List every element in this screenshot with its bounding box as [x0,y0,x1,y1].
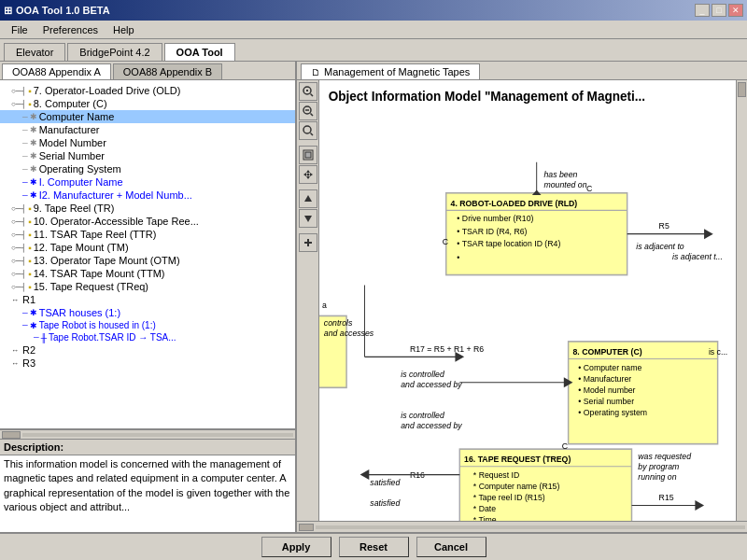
link-icon: ✱ [30,308,37,317]
svg-text:* Tape reel ID (R15): * Tape reel ID (R15) [473,493,545,503]
svg-marker-53 [704,229,713,239]
menu-preferences[interactable]: Preferences [35,22,106,37]
svg-text:and accessed by: and accessed by [401,380,463,390]
svg-text:mounted on: mounted on [543,180,586,190]
link-icon: ✱ [30,177,37,187]
list-item[interactable]: ○─┤ ▪ 11. TSAR Tape Reel (TTR) [0,228,295,241]
tool-move[interactable] [299,165,317,184]
svg-text:was requested: was requested [638,452,691,462]
svg-point-15 [306,174,309,176]
apply-button[interactable]: Apply [261,537,331,557]
svg-text:• Computer name: • Computer name [578,362,641,372]
svg-text:* Computer name (R15): * Computer name (R15) [473,481,560,491]
top-tab-bar: Elevator BridgePoint 4.2 OOA Tool [0,39,747,62]
svg-text:•: • [457,253,459,263]
sub-tab-appendix-a[interactable]: OOA88 Appendix A [2,63,111,79]
list-item[interactable]: ─ ✱ Tape Robot is housed in (1:) [0,319,295,331]
folder-icon: ▪ [28,203,32,214]
maximize-button[interactable]: □ [712,4,726,17]
menu-bar: File Preferences Help [0,21,747,39]
tool-zoom-fit[interactable] [299,121,317,140]
left-panel: OOA88 Appendix A OOA88 Appendix B ○─┤ ▪ … [0,62,297,532]
tool-up[interactable] [299,189,317,208]
menu-file[interactable]: File [4,22,35,37]
list-item[interactable]: ○─┤ ▪ 7. Operator-Loaded Drive (OLD) [0,84,295,97]
link-icon: ╫ [41,333,47,343]
app-title: OOA Tool 1.0 BETA [16,5,110,16]
svg-text:is adjacent t...: is adjacent t... [672,252,723,262]
list-item[interactable]: ↔ R1 [0,293,295,306]
list-item[interactable]: ↔ R2 [0,343,295,357]
tree-area[interactable]: ○─┤ ▪ 7. Operator-Loaded Drive (OLD) ○─┤… [0,80,295,429]
svg-text:C: C [586,183,593,193]
tool-zoom-out[interactable] [299,102,317,120]
svg-text:• Serial number: • Serial number [578,396,634,406]
svg-text:• Manufacturer: • Manufacturer [578,373,631,384]
menu-help[interactable]: Help [106,22,142,37]
diagram-tab[interactable]: 🗋 Management of Magnetic Tapes [301,63,480,79]
reset-button[interactable]: Reset [339,537,409,557]
list-item[interactable]: ○─┤ ▪ 13. Operator Tape Mount (OTM) [0,254,295,267]
tab-elevator[interactable]: Elevator [4,43,65,61]
svg-text:16. TAPE REQUEST (TREQ): 16. TAPE REQUEST (TREQ) [464,455,571,465]
title-bar-controls[interactable]: _ □ ✕ [695,4,743,17]
svg-marker-17 [304,216,312,222]
diagram-vscroll[interactable] [736,80,747,521]
list-item[interactable]: ○─┤ ▪ 12. Tape Mount (TM) [0,241,295,254]
list-item[interactable]: ─ ✱ Computer Name [0,110,295,123]
tree-hscroll[interactable] [0,429,295,439]
close-button[interactable]: ✕ [728,4,743,17]
list-item[interactable]: ○─┤ ▪ 14. TSAR Tape Mount (TTM) [0,267,295,280]
svg-text:8. COMPUTER (C): 8. COMPUTER (C) [572,347,641,357]
svg-text:• TSAR tape location ID (R4): • TSAR tape location ID (R4) [457,238,560,248]
folder-icon: ▪ [28,282,32,292]
tab-ooa-tool[interactable]: OOA Tool [164,43,235,61]
svg-marker-12 [306,176,310,179]
tool-plus[interactable] [299,233,317,252]
list-item[interactable]: ─ ✱ TSAR houses (1:) [0,306,295,319]
tool-zoom-in[interactable] [299,82,317,101]
svg-text:• Operating system: • Operating system [578,407,647,417]
svg-text:a: a [322,300,328,310]
list-item[interactable]: ○─┤ ▪ 10. Operator-Accessible Tape Ree..… [0,215,295,228]
tab-bridgepoint[interactable]: BridgePoint 4.2 [67,43,162,61]
svg-text:has been: has been [543,170,577,180]
diagram-inner: Object Information Model "Management of … [297,80,747,521]
cancel-button[interactable]: Cancel [416,537,486,557]
svg-text:C: C [562,441,569,452]
list-item[interactable]: ─ ✱ I2. Manufacturer + Model Numb... [0,189,295,202]
svg-marker-16 [304,195,312,202]
list-item[interactable]: ─ ✱ Serial Number [0,149,295,162]
folder-icon: ▪ [28,86,32,96]
diagram-canvas[interactable]: Object Information Model "Management of … [319,80,736,521]
list-item[interactable]: ○─┤ ▪ 8. Computer (C) [0,97,295,110]
app-icon: ⊞ [4,5,12,17]
star-icon: ✱ [30,164,37,174]
svg-text:R15: R15 [659,493,674,503]
sub-tab-appendix-b[interactable]: OOA88 Appendix B [113,63,222,79]
minimize-button[interactable]: _ [695,4,710,17]
diagram-hscroll[interactable] [297,521,747,532]
list-item[interactable]: ─ ✱ Operating System [0,162,295,175]
description-label: Description: [0,440,295,455]
svg-text:C: C [443,236,449,246]
svg-text:* Date: * Date [473,504,496,514]
list-item[interactable]: ─ ╫ Tape Robot.TSAR ID → TSA... [0,331,295,343]
star-icon: ✱ [30,125,37,134]
svg-text:is c...: is c... [709,347,727,357]
list-item[interactable]: ↔ R3 [0,357,295,370]
title-bar-left: ⊞ OOA Tool 1.0 BETA [4,5,110,17]
list-item[interactable]: ○─┤ ▪ 9. Tape Reel (TR) [0,202,295,215]
svg-text:Object Information Model "Mana: Object Information Model "Management of … [329,88,645,104]
svg-marker-77 [360,469,370,480]
list-item[interactable]: ─ ✱ I. Computer Name [0,175,295,189]
svg-marker-79 [695,500,704,511]
tool-down[interactable] [299,209,317,228]
link-icon: ✱ [30,190,37,200]
list-item[interactable]: ○─┤ ▪ 15. Tape Request (TReq) [0,280,295,293]
tool-select[interactable] [299,146,317,164]
list-item[interactable]: ─ ✱ Manufacturer [0,123,295,136]
list-item[interactable]: ─ ✱ Model Number [0,136,295,149]
diagram-toolbar [297,80,319,521]
star-icon: ✱ [30,112,37,121]
